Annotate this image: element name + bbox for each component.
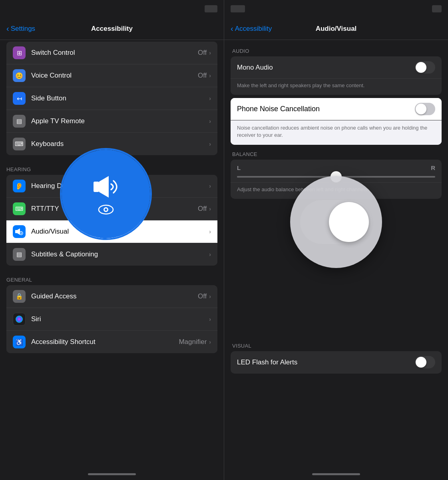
noise-cancel-toggle[interactable] [415,103,435,115]
switch-control-chevron: › [209,50,211,56]
switch-control-icon-wrap: ⊞ [13,46,26,59]
speaker-icon [92,173,120,201]
keyboards-label: Keyboards [31,140,209,148]
subtitles-label: Subtitles & Captioning [31,250,209,258]
apple-tv-item[interactable]: ▤ Apple TV Remote › [6,110,217,133]
noise-cancel-label: Phone Noise Cancellation [237,105,415,113]
big-toggle-overlay [290,176,382,268]
voice-control-value: Off [198,72,207,80]
audio-section: AUDIO Mono Audio Make the left and right… [231,48,442,145]
status-bar-left [0,0,224,18]
svg-point-9 [105,208,107,211]
balance-section-label: BALANCE [231,151,442,157]
switch-control-item[interactable]: ⊞ Switch Control Off › [6,42,217,64]
subtitles-icon: ▤ [16,251,22,258]
siri-icon [15,315,24,324]
siri-item[interactable]: Siri › [6,308,217,331]
rtt-tty-chevron: › [209,206,211,212]
audio-group: Mono Audio Make the left and right speak… [231,56,442,95]
hearing-devices-icon-wrap: 👂 [13,180,26,192]
side-button-item[interactable]: ↤ Side Button › [6,87,217,110]
led-flash-thumb [416,357,426,368]
visual-group: LED Flash for Alerts [231,351,442,374]
accessibility-shortcut-icon-wrap: ♿ [13,336,26,348]
svg-point-3 [21,233,22,234]
accessibility-shortcut-item[interactable]: ♿ Accessibility Shortcut Magnifier › [6,331,217,353]
right-panel: ‹ Accessibility Audio/Visual AUDIO Mono … [224,0,448,480]
accessibility-shortcut-chevron: › [209,339,211,345]
voice-control-item[interactable]: 😊 Voice Control Off › [6,64,217,87]
subtitles-chevron: › [209,251,211,258]
svg-marker-6 [99,176,109,198]
audio-visual-icon-wrap [13,225,26,238]
siri-label: Siri [31,315,209,323]
voice-control-label: Voice Control [31,72,198,80]
keyboards-icon: ⌨ [15,140,24,148]
status-bar-right [224,0,448,18]
led-flash-toggle[interactable] [415,356,435,368]
mono-audio-row: Mono Audio [231,56,442,79]
right-chevron-left-icon: ‹ [231,24,233,33]
switch-control-value: Off [198,49,207,57]
eye-icon [98,204,114,215]
side-button-label: Side Button [31,94,209,102]
right-nav-bar: ‹ Accessibility Audio/Visual [224,18,448,40]
rtt-tty-icon: ⌨ [15,206,23,212]
guided-access-chevron: › [209,293,211,300]
general-section-label: GENERAL [0,269,224,285]
siri-icon-wrap [13,313,26,326]
big-toggle-inner [300,200,372,244]
status-left [231,5,245,12]
audio-visual-chevron: › [209,228,211,235]
right-nav-title: Audio/Visual [316,25,357,33]
rtt-tty-value: Off [198,205,207,213]
mono-audio-toggle[interactable] [415,61,435,74]
back-label: Settings [11,25,35,33]
home-indicator-right [312,473,360,475]
audio-visual-icon [15,227,24,236]
svg-rect-5 [94,182,99,192]
voice-control-chevron: › [209,72,211,79]
right-back-label: Accessibility [235,25,272,33]
mono-audio-label: Mono Audio [237,64,415,72]
apple-tv-icon-wrap: ▤ [13,115,26,128]
left-panel: ‹ Settings Accessibility ⊞ Switch Contro… [0,0,224,480]
guided-access-item[interactable]: 🔒 Guided Access Off › [6,285,217,308]
accessibility-shortcut-value: Magnifier [179,338,207,346]
noise-cancel-group: Phone Noise Cancellation Noise cancellat… [231,98,442,144]
hearing-devices-chevron: › [209,183,211,189]
guided-access-icon-wrap: 🔒 [13,290,26,303]
visual-section: VISUAL LED Flash for Alerts [231,343,442,374]
noise-cancel-description: Noise cancellation reduces ambient noise… [231,120,442,144]
hearing-devices-icon: 👂 [15,182,23,190]
chevron-left-icon: ‹ [6,24,9,33]
audio-section-label: AUDIO [231,48,442,54]
subtitles-item[interactable]: ▤ Subtitles & Captioning › [6,243,217,266]
switch-control-icon: ⊞ [17,49,22,57]
apple-tv-chevron: › [209,118,211,124]
settings-back-button[interactable]: ‹ Settings [6,24,35,33]
voice-control-icon-wrap: 😊 [13,69,26,82]
keyboards-icon-wrap: ⌨ [13,138,26,150]
led-flash-label: LED Flash for Alerts [237,358,415,366]
big-toggle-thumb [329,202,369,242]
switch-control-label: Switch Control [31,49,198,57]
guided-access-label: Guided Access [31,292,198,300]
noise-cancel-thumb [416,104,426,114]
balance-track-fill [237,176,336,178]
accessibility-back-button[interactable]: ‹ Accessibility [231,24,272,33]
accessibility-shortcut-label: Accessibility Shortcut [31,338,179,346]
rtt-tty-icon-wrap: ⌨ [13,202,26,215]
left-nav-title: Accessibility [91,25,133,33]
guided-access-icon: 🔒 [16,293,23,300]
side-button-icon: ↤ [17,95,22,102]
balance-l-label: L [237,164,241,171]
magnifier-circle [60,148,152,240]
mono-audio-toggle-thumb [416,62,426,73]
led-flash-row: LED Flash for Alerts [231,351,442,374]
guided-access-value: Off [198,292,207,300]
mono-audio-description: Make the left and right speakers play th… [231,79,442,95]
keyboards-chevron: › [209,141,211,147]
siri-chevron: › [209,316,211,322]
apple-tv-label: Apple TV Remote [31,117,209,125]
